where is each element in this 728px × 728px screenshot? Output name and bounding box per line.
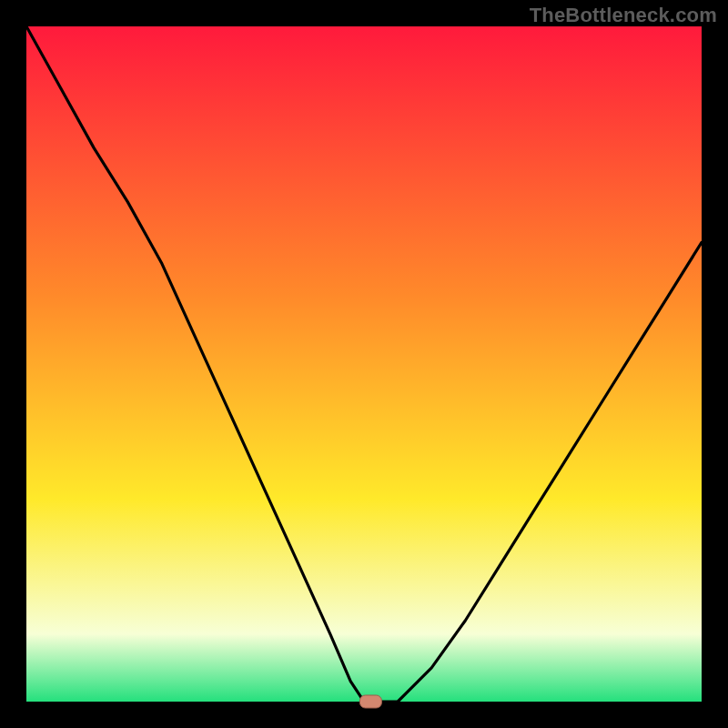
chart-stage: { "watermark": "TheBottleneck.com", "col…	[0, 0, 728, 728]
chart-svg	[0, 0, 728, 728]
optimal-marker	[359, 695, 381, 708]
plot-background	[26, 26, 702, 702]
watermark-text: TheBottleneck.com	[530, 4, 717, 27]
